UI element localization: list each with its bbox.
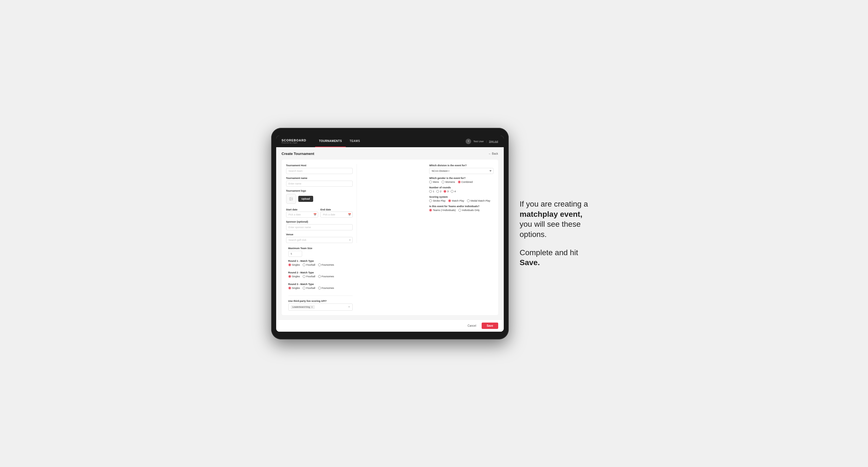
teams-both-radio[interactable] (429, 209, 432, 212)
end-date-label: End date (320, 208, 331, 211)
gender-combined-radio[interactable] (458, 181, 461, 183)
sign-out-link[interactable]: Sign out (489, 140, 498, 143)
annotation-bottom: Complete and hit Save. (520, 248, 597, 268)
tab-tournaments[interactable]: TOURNAMENTS (315, 135, 346, 147)
gender-combined[interactable]: Combined (458, 181, 473, 183)
annotations: If you are creating a matchplay event, y… (520, 199, 597, 268)
sponsor-input[interactable] (286, 224, 353, 230)
round3-foursomes[interactable]: Foursomes (318, 287, 334, 289)
teams-both[interactable]: Teams (+Individuals) (429, 209, 456, 212)
scoring-medal[interactable]: Medal Match Play (467, 199, 491, 202)
scoring-stroke[interactable]: Stroke Play (429, 199, 445, 202)
round2-singles-radio[interactable] (288, 275, 291, 278)
round1-match-title: Round 1 - Match Type (288, 259, 353, 262)
scoring-match-radio[interactable] (448, 199, 451, 202)
gender-womens-radio[interactable] (442, 181, 444, 183)
round-1-radio[interactable] (429, 190, 432, 193)
scoring-medal-radio[interactable] (467, 199, 470, 202)
api-select[interactable]: Leaderboard King ✕ ▼ (288, 304, 353, 311)
round3-match-row: Singles Fourball Foursomes (288, 287, 353, 289)
round-4[interactable]: 4 (451, 190, 456, 193)
tournament-name-group: Tournament name (286, 177, 353, 187)
round-1[interactable]: 1 (429, 190, 434, 193)
round-3-radio[interactable] (443, 190, 446, 193)
avatar: T (466, 138, 471, 144)
tournament-name-input[interactable] (286, 181, 353, 187)
sponsor-group: Sponsor (optional) (286, 220, 353, 230)
round3-foursomes-radio[interactable] (318, 287, 321, 289)
round-3[interactable]: 3 (443, 190, 448, 193)
round3-singles-radio[interactable] (288, 287, 291, 289)
api-tag-close[interactable]: ✕ (311, 306, 313, 309)
teams-label: Is this event for Teams and/or Individua… (429, 205, 494, 208)
back-button[interactable]: ← Back (488, 152, 498, 155)
round2-fourball-radio[interactable] (303, 275, 305, 278)
start-date-input[interactable] (286, 212, 318, 218)
annotation-top: If you are creating a matchplay event, y… (520, 199, 597, 240)
round2-foursomes[interactable]: Foursomes (318, 275, 334, 278)
nav-tabs: TOURNAMENTS TEAMS (315, 135, 364, 147)
save-button[interactable]: Save (482, 322, 498, 329)
page-title: Create Tournament (282, 152, 314, 156)
round-4-radio[interactable] (451, 190, 454, 193)
round3-fourball-radio[interactable] (303, 287, 305, 289)
form-col-right: Maximum Team Size Round 1 - Match Type S… (286, 247, 353, 311)
round1-foursomes-radio[interactable] (318, 263, 321, 266)
max-team-input[interactable] (288, 251, 302, 257)
date-group: Start date 📅 End date (286, 207, 353, 218)
round1-singles-radio[interactable] (288, 263, 291, 266)
teams-radio-group: Teams (+Individuals) Individuals Only (429, 209, 494, 212)
api-chevron-icon: ▼ (348, 306, 350, 308)
tournament-host-input[interactable] (286, 168, 353, 174)
gender-mens[interactable]: Mens (429, 181, 439, 183)
teams-individuals[interactable]: Individuals Only (459, 209, 480, 212)
logo-main: SCOREBOARD (282, 139, 306, 142)
app-logo: SCOREBOARD Powered by clippit (282, 139, 306, 144)
round3-match-title: Round 3 - Match Type (288, 283, 353, 286)
upload-button[interactable]: Upload (298, 196, 313, 202)
gender-label: Which gender is the event for? (429, 177, 494, 180)
scoring-stroke-radio[interactable] (429, 199, 432, 202)
round3-singles[interactable]: Singles (288, 287, 300, 289)
scoring-radio-group: Stroke Play Match Play Medal Match Play (429, 199, 494, 202)
round1-singles[interactable]: Singles (288, 263, 300, 266)
logo-upload-row: Upload (286, 194, 353, 204)
round1-fourball[interactable]: Fourball (303, 263, 315, 266)
round-2-radio[interactable] (436, 190, 439, 193)
tab-teams[interactable]: TEAMS (346, 135, 364, 147)
cancel-button[interactable]: Cancel (464, 322, 479, 329)
end-date-input[interactable] (320, 212, 353, 218)
round2-fourball[interactable]: Fourball (303, 275, 315, 278)
round-2[interactable]: 2 (436, 190, 441, 193)
api-group: Use third-party live scoring API? Leader… (288, 300, 353, 311)
round3-fourball[interactable]: Fourball (303, 287, 315, 289)
round2-match-section: Round 2 - Match Type Singles Fourball (288, 271, 353, 278)
tournament-host-group: Tournament Host (286, 164, 353, 174)
sponsor-label: Sponsor (optional) (286, 220, 353, 223)
division-label: Which division is the event for? (429, 164, 494, 167)
form-footer: Cancel Save (276, 319, 504, 332)
round2-singles[interactable]: Singles (288, 275, 300, 278)
user-name: Test User (473, 140, 484, 143)
gender-womens[interactable]: Womens (442, 181, 455, 183)
round2-foursomes-radio[interactable] (318, 275, 321, 278)
round1-match-row: Singles Fourball Foursomes (288, 263, 353, 266)
tournament-logo-label: Tournament logo (286, 189, 353, 192)
nav-right: T Test User | Sign out (466, 138, 498, 144)
round2-match-row: Singles Fourball Foursomes (288, 275, 353, 278)
venue-dropdown-icon: ▼ (349, 239, 351, 241)
divider (288, 295, 353, 296)
gender-mens-radio[interactable] (429, 181, 432, 183)
tablet-screen: SCOREBOARD Powered by clippit TOURNAMENT… (276, 135, 504, 332)
venue-input[interactable] (286, 237, 353, 243)
main-content: Create Tournament ← Back Tournament Host… (276, 147, 504, 319)
round1-foursomes[interactable]: Foursomes (318, 263, 334, 266)
division-select[interactable]: NCAA Division I (429, 168, 494, 174)
scoring-group: Scoring system Stroke Play Match Play (429, 195, 494, 202)
start-date-label: Start date (286, 208, 298, 211)
form-grid: Tournament Host Tournament name Tourname… (282, 160, 498, 315)
round1-fourball-radio[interactable] (303, 263, 305, 266)
teams-individuals-radio[interactable] (459, 209, 461, 212)
scoring-match[interactable]: Match Play (448, 199, 464, 202)
gender-group: Which gender is the event for? Mens Wome… (429, 177, 494, 183)
